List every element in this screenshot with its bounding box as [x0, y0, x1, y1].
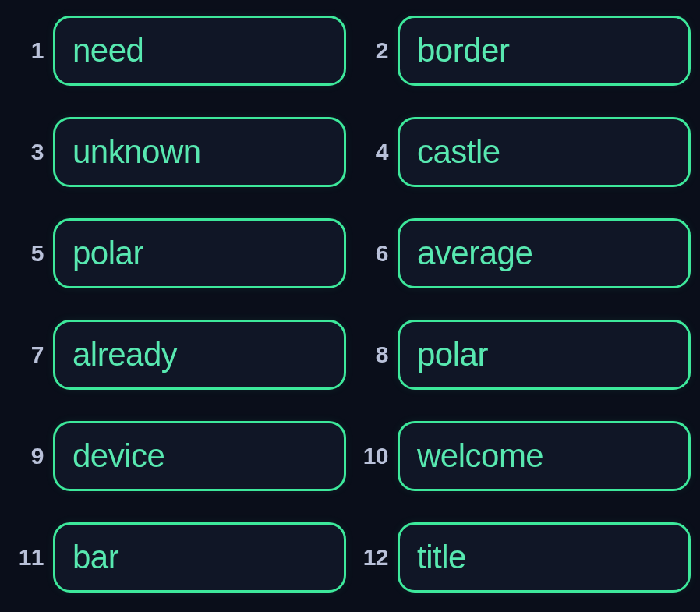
seed-word-chip[interactable]: polar [398, 320, 691, 390]
seed-word-chip[interactable]: bar [53, 522, 346, 593]
seed-word-11: 11 bar [9, 507, 346, 608]
seed-word-text: polar [417, 336, 488, 373]
seed-word-text: castle [417, 133, 500, 170]
seed-word-chip[interactable]: welcome [398, 421, 691, 491]
seed-word-number: 12 [354, 544, 398, 571]
seed-word-text: bar [72, 539, 118, 575]
seed-word-1: 1 need [9, 0, 346, 101]
seed-word-chip[interactable]: title [398, 522, 691, 593]
seed-word-number: 9 [9, 443, 53, 469]
seed-word-number: 10 [354, 443, 398, 469]
seed-word-number: 8 [354, 341, 398, 368]
seed-word-text: device [72, 437, 164, 474]
seed-word-text: average [417, 235, 532, 271]
seed-word-chip[interactable]: border [398, 16, 691, 86]
seed-word-text: unknown [72, 133, 201, 170]
seed-word-2: 2 border [354, 0, 691, 101]
seed-word-text: polar [72, 235, 143, 271]
seed-word-text: already [72, 336, 177, 373]
seed-word-chip[interactable]: polar [53, 218, 346, 288]
seed-word-chip[interactable]: castle [398, 117, 691, 187]
seed-word-9: 9 device [9, 405, 346, 507]
seed-word-chip[interactable]: unknown [53, 117, 346, 187]
seed-word-chip[interactable]: device [53, 421, 346, 491]
seed-word-5: 5 polar [9, 203, 346, 304]
seed-word-number: 4 [354, 139, 398, 165]
seed-phrase-grid: 1 need 2 border 3 unknown 4 castle 5 pol… [9, 0, 691, 608]
seed-word-number: 1 [9, 37, 53, 64]
seed-word-chip[interactable]: already [53, 320, 346, 390]
seed-word-7: 7 already [9, 304, 346, 405]
seed-word-number: 11 [9, 544, 53, 571]
seed-word-12: 12 title [354, 507, 691, 608]
seed-word-3: 3 unknown [9, 101, 346, 203]
seed-word-chip[interactable]: need [53, 16, 346, 86]
seed-word-chip[interactable]: average [398, 218, 691, 288]
seed-word-4: 4 castle [354, 101, 691, 203]
seed-word-number: 6 [354, 240, 398, 267]
seed-word-number: 2 [354, 37, 398, 64]
seed-word-text: need [72, 32, 143, 69]
seed-word-10: 10 welcome [354, 405, 691, 507]
seed-word-number: 7 [9, 341, 53, 368]
seed-word-6: 6 average [354, 203, 691, 304]
seed-word-number: 3 [9, 139, 53, 165]
seed-word-text: welcome [417, 437, 543, 474]
seed-word-number: 5 [9, 240, 53, 267]
seed-word-text: title [417, 539, 466, 575]
seed-word-text: border [417, 32, 509, 69]
seed-word-8: 8 polar [354, 304, 691, 405]
